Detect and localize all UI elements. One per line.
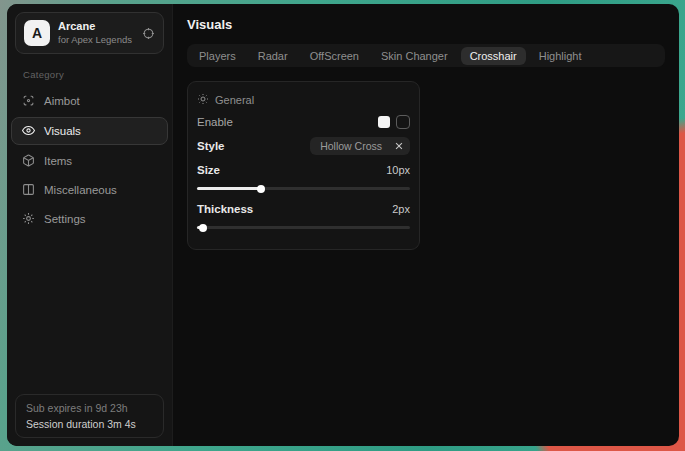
tab-highlight[interactable]: Highlight <box>530 47 591 65</box>
general-panel: General Enable Style Hollow Cross <box>187 81 420 250</box>
app-window: A Arcane for Apex Legends Category Aimbo… <box>7 4 679 446</box>
thickness-slider[interactable] <box>197 226 410 229</box>
app-logo: A <box>24 20 50 46</box>
enable-row: Enable <box>197 111 410 133</box>
box-icon <box>22 154 35 169</box>
gear-icon <box>22 212 35 227</box>
sidebar-item-label: Aimbot <box>44 95 80 107</box>
tab-skin-changer[interactable]: Skin Changer <box>372 47 457 65</box>
tab-offscreen[interactable]: OffScreen <box>301 47 368 65</box>
size-slider-thumb[interactable] <box>257 185 265 193</box>
sidebar-item-settings[interactable]: Settings <box>11 206 168 232</box>
crosshair-target-icon[interactable] <box>142 27 155 40</box>
page-title: Visuals <box>187 17 665 32</box>
sidebar-item-aimbot[interactable]: Aimbot <box>11 88 168 114</box>
main-content: Visuals Players Radar OffScreen Skin Cha… <box>173 4 679 446</box>
thickness-label: Thickness <box>197 203 253 215</box>
thickness-row: Thickness 2px <box>197 198 410 220</box>
x-icon[interactable] <box>394 141 404 151</box>
sun-settings-icon <box>197 93 209 107</box>
sidebar: A Arcane for Apex Legends Category Aimbo… <box>7 4 173 446</box>
app-subtitle: for Apex Legends <box>58 34 134 46</box>
visuals-tabbar: Players Radar OffScreen Skin Changer Cro… <box>187 44 665 67</box>
subscription-status-card: Sub expires in 9d 23h Session duration 3… <box>15 394 164 438</box>
size-row: Size 10px <box>197 159 410 181</box>
tab-crosshair[interactable]: Crosshair <box>461 47 526 65</box>
category-label: Category <box>23 69 156 80</box>
size-slider[interactable] <box>197 187 410 190</box>
enable-checkbox[interactable] <box>378 116 390 128</box>
size-label: Size <box>197 164 220 176</box>
style-row: Style Hollow Cross <box>197 135 410 157</box>
session-duration-text: Session duration 3m 4s <box>26 418 153 430</box>
sidebar-item-label: Miscellaneous <box>44 184 117 196</box>
sidebar-item-label: Items <box>44 155 72 167</box>
sub-expires-text: Sub expires in 9d 23h <box>26 402 153 414</box>
app-name: Arcane <box>58 20 134 34</box>
scan-target-icon <box>22 94 35 109</box>
size-value: 10px <box>386 164 410 176</box>
style-selected-value: Hollow Cross <box>320 140 386 152</box>
sidebar-item-visuals[interactable]: Visuals <box>11 117 168 145</box>
columns-icon <box>22 183 35 198</box>
app-header-card: A Arcane for Apex Legends <box>15 12 164 54</box>
tab-radar[interactable]: Radar <box>249 47 297 65</box>
thickness-slider-thumb[interactable] <box>199 224 207 232</box>
thickness-value: 2px <box>392 203 410 215</box>
style-select[interactable]: Hollow Cross <box>310 137 410 155</box>
enable-keybind-box[interactable] <box>396 115 410 129</box>
eye-icon <box>22 124 35 139</box>
sidebar-item-items[interactable]: Items <box>11 148 168 174</box>
style-label: Style <box>197 140 225 152</box>
enable-label: Enable <box>197 116 233 128</box>
sidebar-item-label: Settings <box>44 213 86 225</box>
sidebar-nav: Aimbot Visuals Items <box>7 88 172 232</box>
tab-players[interactable]: Players <box>190 47 245 65</box>
panel-title: General <box>215 94 254 106</box>
sidebar-item-miscellaneous[interactable]: Miscellaneous <box>11 177 168 203</box>
sidebar-item-label: Visuals <box>44 125 81 137</box>
